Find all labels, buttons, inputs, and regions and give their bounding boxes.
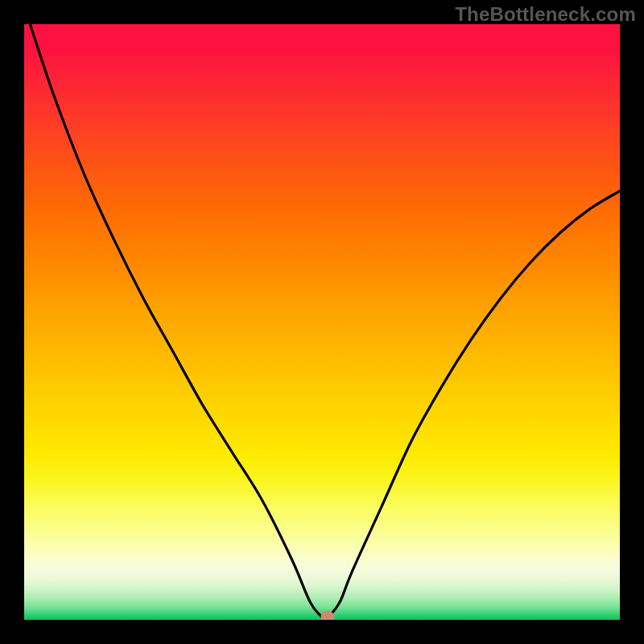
current-point-marker	[321, 611, 335, 620]
watermark-text: TheBottleneck.com	[455, 3, 636, 26]
chart-frame: TheBottleneck.com	[0, 0, 644, 644]
bottleneck-curve	[24, 24, 620, 620]
plot-area	[24, 24, 620, 620]
